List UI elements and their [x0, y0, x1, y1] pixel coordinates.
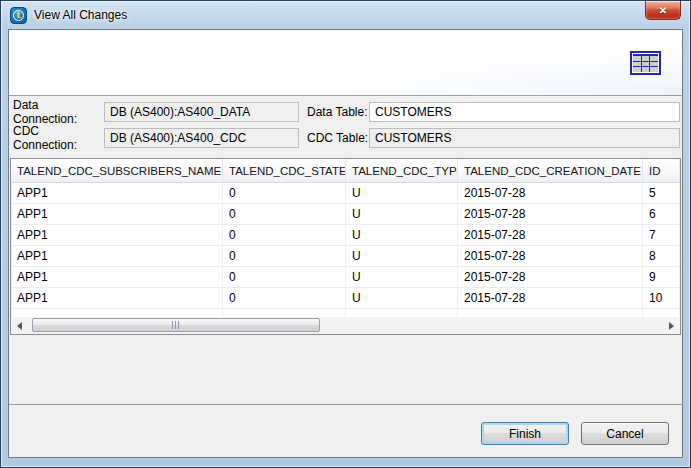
table-icon-grid	[633, 54, 658, 72]
table-row[interactable]: APP1 0 U 2015-07-28 9	[11, 267, 680, 288]
table-icon	[630, 51, 661, 75]
dialog-spacer	[9, 335, 682, 404]
dialog-client-area: Data Connection: DB (AS400):AS400_DATA D…	[8, 29, 683, 458]
table-cell: U	[346, 288, 458, 308]
table-row[interactable]: APP1 0 U 2015-07-28 6	[11, 204, 680, 225]
cdc-connection-field[interactable]: DB (AS400):AS400_CDC	[104, 128, 299, 148]
table-row[interactable]: APP1 0 U 2015-07-28 8	[11, 246, 680, 267]
form-area: Data Connection: DB (AS400):AS400_DATA D…	[9, 96, 682, 158]
finish-button[interactable]: Finish	[481, 422, 569, 445]
table-cell: 5	[643, 183, 680, 203]
arrow-left-icon	[17, 322, 22, 330]
table-cell: U	[346, 267, 458, 287]
data-table-label: Data Table:	[299, 105, 369, 119]
scroll-left-button[interactable]	[11, 317, 28, 334]
table-cell: 0	[223, 246, 346, 266]
table-cell: 2015-07-28	[458, 204, 643, 224]
scrollbar-thumb[interactable]	[32, 318, 320, 332]
close-button[interactable]: ✕	[645, 1, 681, 20]
data-connection-field[interactable]: DB (AS400):AS400_DATA	[104, 102, 299, 122]
button-bar: Finish Cancel	[9, 405, 682, 457]
table-cell: 2015-07-28	[458, 246, 643, 266]
table-cell: 0	[223, 267, 346, 287]
cdc-table-label: CDC Table:	[299, 131, 369, 145]
close-icon: ✕	[659, 5, 667, 16]
arrow-right-icon	[669, 322, 674, 330]
table-cell: U	[346, 204, 458, 224]
column-header-id[interactable]: ID	[643, 159, 680, 182]
table-cell: 7	[643, 225, 680, 245]
table-cell: 0	[223, 183, 346, 203]
scroll-right-button[interactable]	[663, 317, 680, 334]
column-header-creation-date[interactable]: TALEND_CDC_CREATION_DATE	[458, 159, 643, 182]
scrollbar-track[interactable]	[28, 317, 663, 334]
table-empty-area	[11, 309, 680, 317]
table-cell: 0	[223, 204, 346, 224]
table-cell: U	[346, 183, 458, 203]
table-cell: APP1	[11, 288, 223, 308]
table-cell: 8	[643, 246, 680, 266]
table-cell: APP1	[11, 246, 223, 266]
column-header-state[interactable]: TALEND_CDC_STATE	[223, 159, 346, 182]
column-header-type[interactable]: TALEND_CDC_TYPE	[346, 159, 458, 182]
talend-app-icon: t	[10, 7, 27, 24]
table-cell: APP1	[11, 267, 223, 287]
table-cell: APP1	[11, 183, 223, 203]
table-cell: 9	[643, 267, 680, 287]
table-cell: 2015-07-28	[458, 225, 643, 245]
dialog-view-all-changes: t View All Changes ✕ Data Connection: DB…	[0, 0, 691, 468]
table-cell: 6	[643, 204, 680, 224]
table-cell: U	[346, 246, 458, 266]
table-cell: 2015-07-28	[458, 288, 643, 308]
cdc-connection-label: CDC Connection:	[11, 124, 104, 152]
titlebar[interactable]: t View All Changes ✕	[1, 1, 690, 29]
table-header-row: TALEND_CDC_SUBSCRIBERS_NAME TALEND_CDC_S…	[11, 159, 680, 183]
table-cell: 0	[223, 288, 346, 308]
table-row[interactable]: APP1 0 U 2015-07-28 10	[11, 288, 680, 309]
table-row[interactable]: APP1 0 U 2015-07-28 7	[11, 225, 680, 246]
table-cell: APP1	[11, 225, 223, 245]
cancel-button[interactable]: Cancel	[581, 422, 669, 445]
wizard-banner	[9, 30, 682, 96]
table-cell: APP1	[11, 204, 223, 224]
table-cell: 2015-07-28	[458, 183, 643, 203]
table-cell: 0	[223, 225, 346, 245]
scrollbar-grip-icon	[172, 321, 180, 329]
talend-logo-glyph: t	[13, 10, 24, 21]
data-connection-label: Data Connection:	[11, 98, 104, 126]
table-cell: 2015-07-28	[458, 267, 643, 287]
horizontal-scrollbar[interactable]	[11, 317, 680, 334]
window-title: View All Changes	[34, 8, 127, 22]
table-cell: U	[346, 225, 458, 245]
changes-table: TALEND_CDC_SUBSCRIBERS_NAME TALEND_CDC_S…	[10, 158, 681, 335]
table-row[interactable]: APP1 0 U 2015-07-28 5	[11, 183, 680, 204]
table-cell: 10	[643, 288, 680, 308]
data-table-field[interactable]: CUSTOMERS	[369, 102, 680, 122]
column-header-subscribers-name[interactable]: TALEND_CDC_SUBSCRIBERS_NAME	[11, 159, 223, 182]
cdc-table-field[interactable]: CUSTOMERS	[369, 128, 680, 148]
